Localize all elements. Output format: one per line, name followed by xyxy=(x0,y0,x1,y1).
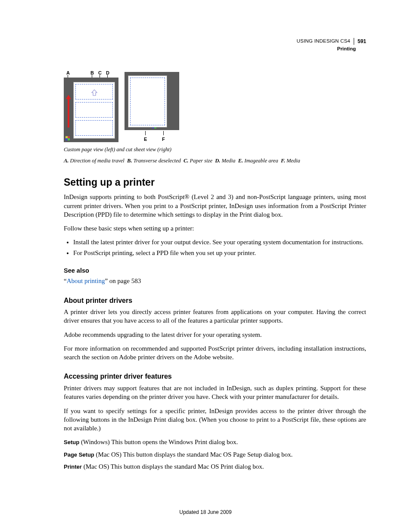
body-paragraph: Printer drivers may support features tha… xyxy=(64,384,366,401)
body-paragraph: Adobe recommends upgrading to the latest… xyxy=(64,330,366,339)
list-item: For PostScript printing, select a PPD fi… xyxy=(73,249,366,257)
figure-caption-title: Custom page view (left) and cut sheet vi… xyxy=(64,146,366,153)
definition-text: (Mac OS) This button displays the standa… xyxy=(94,451,293,458)
heading-setting-up-a-printer: Setting up a printer xyxy=(64,176,366,189)
body-paragraph: For more information on recommended and … xyxy=(64,344,366,362)
body-paragraph: Follow these basic steps when setting up… xyxy=(64,224,366,233)
header-page-number: 591 xyxy=(354,38,366,45)
figure-right: E F xyxy=(125,72,179,142)
custom-page-view xyxy=(64,78,118,142)
bullet-list: Install the latest printer driver for yo… xyxy=(64,238,366,257)
term-setup: Setup xyxy=(64,439,79,445)
definition-row: Setup (Windows) This button opens the Wi… xyxy=(64,438,366,446)
definition-text: (Windows) This button opens the Windows … xyxy=(79,439,238,445)
heading-see-also: See also xyxy=(64,267,366,275)
media-travel-arrow-icon xyxy=(66,95,71,128)
see-also-line: “About printing” on page 583 xyxy=(64,277,366,285)
body-paragraph: A printer driver lets you directly acces… xyxy=(64,308,366,325)
header-title: USING INDESIGN CS4 xyxy=(297,38,350,45)
body-paragraph: InDesign supports printing to both PostS… xyxy=(64,193,366,219)
term-printer: Printer xyxy=(64,464,82,470)
header-section: Printing xyxy=(297,46,366,53)
fig-label-e: E xyxy=(144,136,147,143)
content: A B C D xyxy=(64,70,366,471)
heading-accessing-printer-driver-features: Accessing printer driver features xyxy=(64,372,366,381)
list-item: Install the latest printer driver for yo… xyxy=(73,238,366,246)
page-header: USING INDESIGN CS4 591 Printing xyxy=(297,38,366,53)
fig-label-f: F xyxy=(162,136,165,143)
up-outline-icon xyxy=(90,89,98,96)
link-about-printing[interactable]: About printing xyxy=(67,277,105,284)
definition-row: Printer (Mac OS) This button displays th… xyxy=(64,462,366,471)
definition-text: (Mac OS) This button displays the standa… xyxy=(82,463,264,470)
definition-row: Page Setup (Mac OS) This button displays… xyxy=(64,450,366,459)
figure-block: A B C D xyxy=(64,70,366,165)
page: USING INDESIGN CS4 591 Printing A B C D xyxy=(0,0,411,532)
color-swatch-icon xyxy=(65,136,70,140)
term-page-setup: Page Setup xyxy=(64,451,94,458)
figure-key: A. Direction of media travel B. Transver… xyxy=(64,157,366,165)
heading-about-printer-drivers: About printer drivers xyxy=(64,296,366,305)
footer-updated: Updated 18 June 2009 xyxy=(0,509,411,516)
figure-left: A B C D xyxy=(64,70,118,142)
body-paragraph: If you want to specify settings for a sp… xyxy=(64,407,366,433)
cut-sheet-view xyxy=(125,72,179,130)
